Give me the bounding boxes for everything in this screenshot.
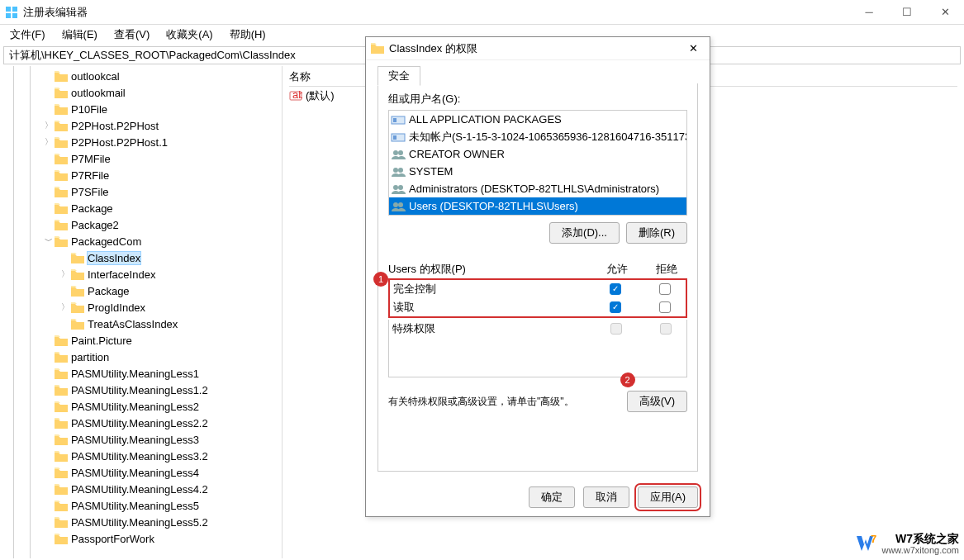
tree-item[interactable]: P7RFile xyxy=(3,167,282,183)
svg-rect-1 xyxy=(12,7,17,12)
tree-item-label: PASMUtility.MeaningLess4.2 xyxy=(71,483,208,496)
tree-item[interactable]: PASMUtility.MeaningLess3 xyxy=(3,431,282,448)
svg-point-14 xyxy=(393,185,398,190)
tree-item[interactable]: PASMUtility.MeaningLess2 xyxy=(3,398,282,415)
window-title: 注册表编辑器 xyxy=(23,5,850,20)
tree-expander-icon[interactable]: 〉 xyxy=(43,120,55,131)
user-list-item[interactable]: CREATOR OWNER xyxy=(389,145,686,163)
tree-expander-icon[interactable]: 〉 xyxy=(43,136,55,148)
permission-row: 读取 xyxy=(390,298,686,316)
user-list[interactable]: ALL APPLICATION PACKAGES未知帐户(S-1-15-3-10… xyxy=(388,110,687,216)
svg-rect-2 xyxy=(6,13,11,18)
tree-item-label: Package xyxy=(88,285,130,297)
tree-item[interactable]: TreatAsClassIndex xyxy=(3,316,282,332)
window-maximize-button[interactable]: ☐ xyxy=(888,0,926,25)
tree-item[interactable]: PASMUtility.MeaningLess5 xyxy=(3,497,282,514)
tree-item[interactable]: PASMUtility.MeaningLess1.2 xyxy=(3,382,282,398)
tree-item[interactable]: ClassIndex xyxy=(3,249,282,266)
window-minimize-button[interactable]: ─ xyxy=(850,0,888,25)
tree-item[interactable]: P7SFile xyxy=(3,183,282,200)
allow-checkbox[interactable] xyxy=(610,323,622,335)
user-list-item[interactable]: 未知帐户(S-1-15-3-1024-1065365936-1281604716… xyxy=(389,128,686,145)
annotation-bubble-1: 1 xyxy=(373,272,388,287)
tree-item[interactable]: outlookmail xyxy=(3,84,282,101)
tree-item[interactable]: 〉ProgIdIndex xyxy=(3,299,282,316)
tree-item-label: outlookmail xyxy=(71,87,126,99)
tree-item[interactable]: PASMUtility.MeaningLess2.2 xyxy=(3,415,282,431)
advanced-button[interactable]: 高级(V) xyxy=(627,391,687,412)
remove-button[interactable]: 删除(R) xyxy=(626,222,687,244)
tree-item[interactable]: PASMUtility.MeaningLess3.2 xyxy=(3,448,282,464)
menu-file[interactable]: 文件(F) xyxy=(3,26,52,44)
tree-item[interactable]: PASMUtility.MeaningLess4.2 xyxy=(3,481,282,497)
tree-expander-icon[interactable]: 〉 xyxy=(59,268,71,280)
tree-item[interactable]: PassportForWork xyxy=(3,530,282,547)
tree-expander-icon[interactable]: 〉 xyxy=(59,301,71,313)
tree-item[interactable]: P7MFile xyxy=(3,150,282,167)
tree-item[interactable]: PASMUtility.MeaningLess5.2 xyxy=(3,514,282,530)
user-list-item[interactable]: SYSTEM xyxy=(389,163,686,180)
tree-item-label: ClassIndex xyxy=(88,252,140,264)
apply-button[interactable]: 应用(A) xyxy=(638,486,698,508)
tree-item[interactable]: PASMUtility.MeaningLess4 xyxy=(3,464,282,481)
tree-item[interactable]: 〉InterfaceIndex xyxy=(3,266,282,282)
svg-rect-9 xyxy=(393,135,397,140)
user-list-item[interactable]: ALL APPLICATION PACKAGES xyxy=(389,111,686,128)
permission-row: 完全控制 xyxy=(390,280,686,298)
permissions-table-annotated: 1 完全控制读取 xyxy=(388,278,687,318)
allow-checkbox[interactable] xyxy=(610,283,621,295)
dialog-close-button[interactable]: ✕ xyxy=(677,42,710,55)
window-close-button[interactable]: ✕ xyxy=(926,0,964,25)
annotation-bubble-2: 2 xyxy=(620,373,635,387)
permissions-table-extra: 特殊权限 xyxy=(388,320,687,377)
svg-point-16 xyxy=(393,202,398,207)
tree-item-label: P7SFile xyxy=(71,186,109,198)
tree-item-label: PASMUtility.MeaningLess5 xyxy=(71,500,199,512)
tree-item[interactable]: Package2 xyxy=(3,216,282,233)
add-button[interactable]: 添加(D)... xyxy=(549,222,620,244)
permission-row: 特殊权限 xyxy=(389,320,686,338)
svg-point-10 xyxy=(393,150,398,155)
menu-help[interactable]: 帮助(H) xyxy=(223,26,273,44)
tree-item[interactable]: ﹀PackagedCom xyxy=(3,233,282,249)
tree-item[interactable]: Paint.Picture xyxy=(3,332,282,349)
user-list-item[interactable]: Users (DESKTOP-82TLHLS\Users) xyxy=(389,197,686,215)
tree-item-label: PASMUtility.MeaningLess2 xyxy=(71,401,199,413)
deny-checkbox[interactable] xyxy=(660,323,672,335)
tree-item[interactable]: Package xyxy=(3,282,282,299)
svg-text:ab: ab xyxy=(292,89,302,101)
svg-rect-0 xyxy=(6,7,11,12)
tab-security[interactable]: 安全 xyxy=(378,66,420,86)
tree-item-label: PASMUtility.MeaningLess2.2 xyxy=(71,417,208,429)
menu-favorites[interactable]: 收藏夹(A) xyxy=(159,26,219,44)
allow-checkbox[interactable] xyxy=(610,301,621,313)
tree-expander-icon[interactable]: ﹀ xyxy=(43,235,55,247)
tree-item[interactable]: 〉P2PHost.P2PHost xyxy=(3,117,282,134)
address-text: 计算机\HKEY_CLASSES_ROOT\PackagedCom\ClassI… xyxy=(9,48,296,63)
advanced-text: 有关特殊权限或高级设置，请单击"高级"。 xyxy=(388,395,620,409)
tree-item[interactable]: Package xyxy=(3,200,282,216)
tree-item-label: P7MFile xyxy=(71,153,111,165)
tree-item[interactable]: PASMUtility.MeaningLess1 xyxy=(3,365,282,382)
tree-item[interactable]: partition xyxy=(3,349,282,365)
svg-text:7: 7 xyxy=(871,533,876,545)
cancel-button[interactable]: 取消 xyxy=(583,486,629,508)
svg-point-11 xyxy=(398,150,403,155)
tree-item-label: InterfaceIndex xyxy=(88,268,155,281)
menu-edit[interactable]: 编辑(E) xyxy=(55,26,104,44)
tree-item[interactable]: P10File xyxy=(3,101,282,117)
dialog-title: ClassIndex 的权限 xyxy=(389,41,677,56)
string-value-icon: ab xyxy=(289,89,302,102)
tree-pane[interactable]: outlookcaloutlookmailP10File〉P2PHost.P2P… xyxy=(0,66,283,558)
tree-item[interactable]: outlookcal xyxy=(3,68,282,84)
svg-point-15 xyxy=(398,185,403,190)
deny-header: 拒绝 xyxy=(646,262,687,277)
permission-name: 完全控制 xyxy=(393,282,586,297)
deny-checkbox[interactable] xyxy=(659,301,671,313)
permissions-dialog: ClassIndex 的权限 ✕ 安全 组或用户名(G): ALL APPLIC… xyxy=(365,36,710,517)
ok-button[interactable]: 确定 xyxy=(529,486,575,508)
tree-item[interactable]: 〉P2PHost.P2PHost.1 xyxy=(3,134,282,150)
user-list-item[interactable]: Administrators (DESKTOP-82TLHLS\Administ… xyxy=(389,180,686,197)
deny-checkbox[interactable] xyxy=(659,283,671,295)
menu-view[interactable]: 查看(V) xyxy=(107,26,156,44)
